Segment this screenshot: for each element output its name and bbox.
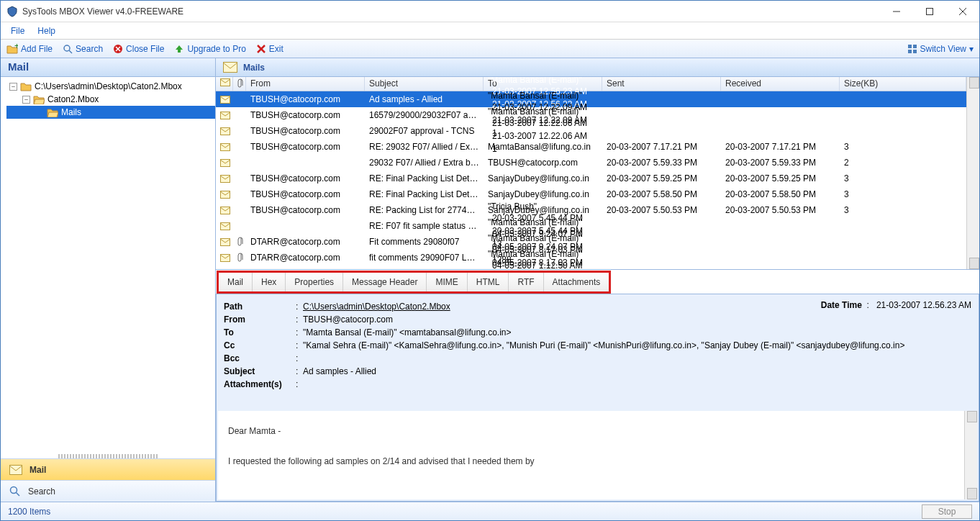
envelope-icon <box>216 158 233 168</box>
title-bar: SysTools MBOX Viewer v4.0-FREEWARE <box>1 1 979 22</box>
cell-sent: 04-05-2007 1.12.50 AM <box>488 259 602 269</box>
exit-x-icon <box>256 44 266 54</box>
tree-leaf-mails[interactable]: Mails <box>6 106 215 119</box>
envelope-icon <box>216 253 233 263</box>
envelope-icon <box>9 465 22 475</box>
table-row[interactable]: 29032 F07/ Allied / Extra butt...TBUSH@c… <box>216 155 966 171</box>
envelope-icon <box>216 126 233 137</box>
envelope-icon <box>216 94 233 105</box>
tab-mail[interactable]: Mail <box>219 273 253 291</box>
col-icon[interactable] <box>216 77 233 91</box>
toolbar: + Add File Search Close File Upgrade to … <box>1 40 979 58</box>
exit-button[interactable]: Exit <box>256 44 283 54</box>
detail-cc-value: "Kamal Sehra (E-mail)" <KamalSehra@lifun… <box>303 340 904 350</box>
svg-rect-16 <box>10 465 22 474</box>
folder-open-icon <box>33 95 45 104</box>
detail-path-link[interactable]: C:\Users\admin\Desktop\Caton2.Mbox <box>303 302 450 312</box>
col-sent[interactable]: Sent <box>602 77 721 91</box>
search-icon <box>63 44 73 54</box>
search-icon <box>9 486 21 497</box>
status-item-count: 1200 Items <box>8 507 50 517</box>
cell-from <box>246 225 365 227</box>
tree-leaf-label: Mails <box>61 107 81 117</box>
detail-bcc-label: Bcc <box>224 353 296 363</box>
right-panel-header: Mails <box>216 58 979 77</box>
tree-root-label: C:\Users\admin\Desktop\Caton2.Mbox <box>35 81 182 91</box>
cell-from <box>246 161 365 164</box>
attachment-icon <box>233 145 246 148</box>
tree-child[interactable]: − Caton2.Mbox <box>6 93 215 106</box>
attachment-icon <box>233 193 246 196</box>
cell-size: 3 <box>840 204 966 217</box>
mail-detail-panel: Path : C:\Users\admin\Desktop\Caton2.Mbo… <box>216 294 979 502</box>
search-button[interactable]: Search <box>63 44 103 54</box>
window-minimize-button[interactable] <box>880 1 913 22</box>
mail-body-line: Dear Mamta - <box>228 424 954 438</box>
menu-file[interactable]: File <box>11 26 24 36</box>
cell-size: 3 <box>840 140 966 153</box>
cell-subject: 17376/29096F07 - TCNS <box>365 267 484 269</box>
tab-hex[interactable]: Hex <box>253 273 286 291</box>
menu-help[interactable]: Help <box>37 26 55 36</box>
attachment-icon <box>233 209 246 212</box>
attachment-icon <box>233 161 246 164</box>
cell-received: 20-03-2007 7.17.21 PM <box>721 140 840 153</box>
tab-rtf[interactable]: RTF <box>509 273 543 291</box>
detail-datetime-value: 21-03-2007 12.56.23 AM <box>876 300 971 310</box>
col-attachment[interactable] <box>233 77 246 91</box>
table-row[interactable]: TBUSH@catocorp.com17376/29096F07 - TCNS"… <box>216 266 966 269</box>
table-row[interactable]: TBUSH@catocorp.comRE: Final Packing List… <box>216 171 966 186</box>
sidebar-nav-mail-label: Mail <box>30 465 46 475</box>
table-row[interactable]: TBUSH@catocorp.comRE: 29032 F07/ Allied … <box>216 139 966 155</box>
close-file-button[interactable]: Close File <box>113 44 164 54</box>
svg-line-6 <box>69 50 72 53</box>
tree-root[interactable]: − C:\Users\admin\Desktop\Caton2.Mbox <box>6 80 215 93</box>
mail-body: Dear Mamta - I requested the following a… <box>218 411 964 499</box>
cell-subject: RE: Final Packing List Detail f... <box>365 188 484 201</box>
collapse-icon[interactable]: − <box>9 83 17 91</box>
cell-to: SanjayDubey@lifung.co.in <box>484 188 602 201</box>
collapse-icon[interactable]: − <box>22 96 30 104</box>
cell-to: MamtaBansal@lifung.co.in <box>484 140 602 153</box>
tab-message-header[interactable]: Message Header <box>343 273 427 291</box>
cell-subject: RE: F07 fit sample status - All... <box>365 219 484 232</box>
cell-from: DTARR@catocorp.com <box>246 251 365 264</box>
sidebar-nav-mail[interactable]: Mail <box>1 458 215 480</box>
tab-html[interactable]: HTML <box>468 273 509 291</box>
cell-sent: 20-03-2007 5.59.33 PM <box>602 156 721 169</box>
body-scrollbar-vertical[interactable] <box>964 411 977 499</box>
cell-from: TBUSH@catocorp.com <box>246 267 365 269</box>
window-close-button[interactable] <box>946 1 979 22</box>
detail-to-label: To <box>224 327 296 337</box>
switch-view-button[interactable]: Switch View ▾ <box>907 44 974 54</box>
tab-mime[interactable]: MIME <box>427 273 467 291</box>
chevron-down-icon: ▾ <box>969 44 974 54</box>
attachment-icon <box>233 114 246 117</box>
col-subject[interactable]: Subject <box>365 77 484 91</box>
right-panel-title: Mails <box>243 63 265 73</box>
envelope-icon <box>223 62 237 73</box>
folder-icon <box>20 82 32 91</box>
sidebar-nav-search[interactable]: Search <box>1 480 215 502</box>
window-maximize-button[interactable] <box>913 1 946 22</box>
mail-list: From Subject To Sent Received Size(KB) T… <box>216 77 966 269</box>
cell-subject: Ad samples - Allied <box>365 93 484 106</box>
table-row[interactable]: TBUSH@catocorp.com29002F07 approval - TC… <box>216 123 966 139</box>
envelope-icon <box>216 268 233 270</box>
upgrade-button[interactable]: Upgrade to Pro <box>174 44 245 54</box>
app-icon <box>6 6 18 17</box>
stop-button[interactable]: Stop <box>922 504 972 519</box>
close-x-icon <box>113 44 123 54</box>
detail-cc-label: Cc <box>224 340 296 350</box>
col-received[interactable]: Received <box>721 77 840 91</box>
col-size[interactable]: Size(KB) <box>840 77 966 91</box>
tab-attachments[interactable]: Attachments <box>544 273 609 291</box>
col-from[interactable]: From <box>246 77 365 91</box>
add-file-button[interactable]: + Add File <box>6 44 53 54</box>
tab-properties[interactable]: Properties <box>286 273 343 291</box>
list-scrollbar-vertical[interactable] <box>966 77 979 269</box>
cell-to: SanjayDubey@lifung.co.in <box>484 172 602 185</box>
sidebar-nav-search-label: Search <box>28 486 55 497</box>
svg-rect-14 <box>908 50 912 53</box>
cell-sent: 20-03-2007 5.58.50 PM <box>602 188 721 201</box>
